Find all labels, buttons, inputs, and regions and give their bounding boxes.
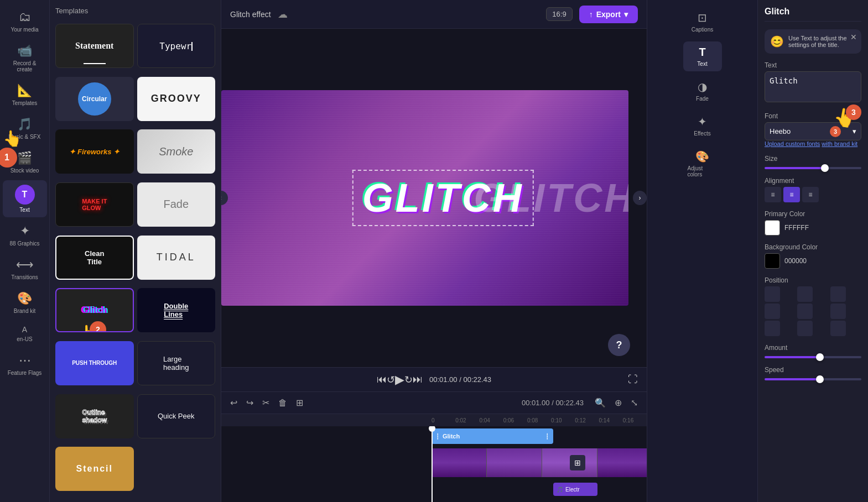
sidebar-item-transitions[interactable]: ⟷ Transitions (3, 253, 47, 285)
redo-button[interactable]: ↪ (244, 395, 256, 410)
sidebar-item-en-us[interactable]: A en-US (3, 321, 47, 347)
timeline-playhead[interactable] (432, 426, 433, 502)
size-slider[interactable] (765, 167, 861, 169)
canvas-collapse-button[interactable]: ‹ (221, 191, 228, 205)
pos-bot-left[interactable] (765, 321, 780, 336)
align-center-button[interactable]: ≡ (783, 187, 800, 202)
glitch-text-clip[interactable]: ┆ Glitch ┆ (432, 428, 553, 444)
sidebar-item-brand-kit[interactable]: 🎨 Brand kit (3, 287, 47, 318)
skip-back-button[interactable]: ⏮ (377, 374, 387, 385)
font-section-label: Font (765, 112, 861, 120)
sidebar-item-text[interactable]: 1 👆 T Text (3, 180, 47, 217)
font-selector[interactable]: Heebo 3 ▾ (765, 122, 861, 140)
bg-color-section: Background Color 000000 (765, 243, 861, 269)
export-chevron-icon: ▾ (624, 10, 628, 19)
rewind-button[interactable]: ↺ (387, 374, 395, 386)
text-input[interactable]: Glitch (765, 71, 861, 102)
effects-icon: ✦ (698, 115, 707, 128)
help-button[interactable]: ? (608, 334, 630, 356)
template-stencil[interactable]: Stencil (55, 447, 134, 491)
fade-icon: ◑ (698, 80, 707, 93)
pos-top-center[interactable] (797, 286, 813, 302)
align-right-button[interactable]: ≡ (802, 187, 819, 202)
play-pause-button[interactable]: ▶ (395, 373, 404, 387)
amount-slider[interactable] (765, 356, 861, 358)
template-circular[interactable]: Circular (55, 77, 134, 121)
fade-panel-item[interactable]: ◑ Fade (683, 76, 722, 106)
cut-button[interactable]: ✂ (260, 395, 272, 410)
template-fade[interactable]: Fade (137, 182, 216, 227)
undo-button[interactable]: ↩ (228, 395, 240, 410)
template-make-it-glow[interactable]: MAKE ITGLOW (55, 182, 134, 227)
sidebar-item-templates[interactable]: 📐 Templates (3, 79, 47, 111)
delete-button[interactable]: 🗑 (276, 396, 289, 410)
template-glitch[interactable]: Glitch 👆 2 (55, 288, 134, 332)
forward-button[interactable]: ↻ (404, 374, 413, 386)
pos-top-right[interactable] (830, 286, 846, 302)
sidebar-item-your-media[interactable]: 🗂 Your media (3, 6, 47, 37)
sidebar-item-graphics[interactable]: ✦ 88 Graphics (3, 219, 47, 251)
canvas-nav-button[interactable]: › (633, 191, 647, 205)
upload-fonts-link[interactable]: Upload custom fonts with brand kit (765, 140, 861, 147)
fullscreen-button[interactable]: ⛶ (628, 374, 638, 385)
amount-section: Amount (765, 344, 861, 358)
position-section: Position (765, 276, 861, 336)
primary-color-row: FFFFFF (765, 220, 861, 236)
speed-section: Speed (765, 366, 861, 380)
export-button[interactable]: ↑ Export ▾ (579, 6, 638, 23)
pos-top-left[interactable] (765, 286, 780, 302)
speed-slider[interactable] (765, 378, 861, 380)
pos-mid-center[interactable] (797, 304, 813, 319)
canvas-area: Glitch Glitch ‹ › ? (221, 29, 647, 367)
template-statement[interactable]: Statement (55, 24, 134, 68)
zoom-in-button[interactable]: ⊕ (612, 395, 624, 410)
pos-bot-right[interactable] (830, 321, 846, 336)
alignment-buttons: ≡ ≡ ≡ (765, 187, 861, 202)
record-icon: 📹 (17, 44, 32, 58)
align-left-button[interactable]: ≡ (765, 187, 781, 202)
template-double-lines[interactable]: DoubleLines (137, 288, 216, 332)
timeline-area: ↩ ↪ ✂ 🗑 ⊞ 00:01.00 / 00:22.43 🔍 ⊕ ⤡ 0 0:… (221, 391, 647, 502)
text-panel-item[interactable]: T Text (683, 41, 722, 71)
template-outline-shadow[interactable]: Outlineshadow (55, 394, 134, 438)
effects-panel-item[interactable]: ✦ Effects (683, 111, 722, 141)
template-smoke[interactable]: Smoke (137, 129, 216, 174)
template-groovy[interactable]: GROOVY (137, 77, 216, 121)
font-badge: 3 (830, 126, 841, 137)
template-clean-title[interactable]: CleanTitle (55, 236, 134, 280)
bg-color-label: Background Color (765, 243, 861, 251)
template-quick-peek[interactable]: Quick Peek (137, 394, 216, 438)
bg-color-swatch[interactable] (765, 253, 780, 269)
zoom-out-button[interactable]: 🔍 (592, 395, 608, 410)
lang-icon: A (22, 325, 27, 334)
template-tidal[interactable]: TIDAL (137, 236, 216, 280)
aspect-ratio-badge[interactable]: 16:9 (546, 7, 572, 21)
audio-clip[interactable]: 🎵 Electr (553, 483, 597, 496)
primary-color-swatch[interactable] (765, 220, 780, 236)
text-icon: T (15, 185, 35, 205)
template-typewriter[interactable]: Typewr (137, 24, 216, 68)
sidebar: 🗂 Your media 📹 Record & create 📐 Templat… (0, 0, 50, 502)
adjust-colors-icon: 🎨 (695, 150, 709, 163)
templates-icon: 📐 (17, 83, 32, 98)
tooltip-close-button[interactable]: ✕ (850, 33, 857, 41)
captions-panel-item[interactable]: ⊡ Captions (683, 7, 722, 37)
sidebar-item-feature-flags[interactable]: ⋯ Feature Flags (3, 349, 47, 380)
captions-icon: ⊡ (698, 11, 707, 24)
sidebar-item-record-create[interactable]: 📹 Record & create (3, 39, 47, 77)
duplicate-button[interactable]: ⊞ (294, 395, 305, 410)
sidebar-item-music-sfx[interactable]: 🎵 Music & SFX (3, 113, 47, 144)
speed-slider-thumb (816, 375, 824, 383)
template-push-through[interactable]: PUSH THROUGH (55, 341, 134, 385)
skip-forward-button[interactable]: ⏭ (413, 374, 423, 385)
pos-bot-center[interactable] (797, 321, 813, 336)
template-fireworks[interactable]: ✦ Fireworks ✦ (55, 129, 134, 174)
pos-mid-left[interactable] (765, 304, 780, 319)
pos-mid-right[interactable] (830, 304, 846, 319)
template-large-heading[interactable]: Largeheading (137, 341, 216, 385)
video-strip[interactable]: ⊞ (432, 448, 647, 477)
tooltip-text: Use Text to adjust the settings of the t… (788, 35, 856, 48)
sidebar-item-stock-video[interactable]: 🎬 Stock video (3, 147, 47, 178)
fit-button[interactable]: ⤡ (628, 395, 640, 410)
adjust-colors-panel-item[interactable]: 🎨 Adjust colors (683, 145, 722, 182)
